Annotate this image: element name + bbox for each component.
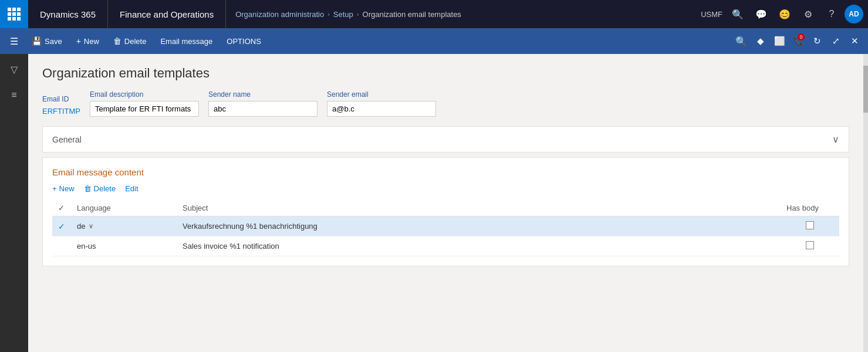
col-has-body-header: Has body bbox=[781, 200, 839, 216]
app-name: Dynamics 365 bbox=[28, 0, 108, 28]
email-content-section: Email message content + New 🗑 Delete Edi… bbox=[42, 157, 849, 266]
chat-icon-btn[interactable]: 💬 bbox=[751, 4, 772, 25]
emoji-icon-btn[interactable]: 😊 bbox=[774, 4, 795, 25]
general-chevron-icon: ∨ bbox=[832, 134, 839, 145]
row-subject-en: Sales invoice %1 notification bbox=[177, 236, 781, 256]
delete-button[interactable]: 🗑 Delete bbox=[107, 33, 153, 49]
sidebar-menu-icon[interactable]: ≡ bbox=[4, 84, 25, 106]
options-button[interactable]: OPTIONS bbox=[221, 34, 267, 49]
row-language-de[interactable]: de ∨ bbox=[71, 216, 177, 236]
content-new-icon: + bbox=[52, 184, 57, 193]
top-bar: Dynamics 365 Finance and Operations Orga… bbox=[0, 0, 868, 28]
help-icon-btn[interactable]: ? bbox=[821, 4, 842, 25]
toolbar-right: 🔍 ◆ ⬜ 📞 0 ↻ ⤢ ✕ bbox=[732, 32, 863, 50]
email-message-button[interactable]: Email message bbox=[154, 34, 218, 49]
table-row[interactable]: en-us Sales invoice %1 notification bbox=[52, 236, 839, 256]
sender-email-input[interactable] bbox=[327, 101, 436, 117]
email-description-field: Email description bbox=[90, 90, 199, 117]
has-body-checkbox-de[interactable] bbox=[806, 221, 814, 229]
save-button[interactable]: 💾 Save bbox=[26, 33, 68, 49]
filter-row: Email ID ERFTITMP Email description Send… bbox=[42, 90, 849, 117]
checkmark-icon: ✓ bbox=[58, 222, 65, 231]
module-name: Finance and Operations bbox=[108, 0, 226, 28]
company-badge: USMF bbox=[696, 9, 727, 20]
toolbar-diamond-icon[interactable]: ◆ bbox=[752, 32, 769, 50]
main-layout: ▽ ≡ Organization email templates Email I… bbox=[0, 54, 868, 352]
user-avatar[interactable]: AD bbox=[845, 5, 863, 23]
table-row[interactable]: ✓ de ∨ Verkaufsrechnung %1 benachrichtig… bbox=[52, 216, 839, 236]
content-edit-button[interactable]: Edit bbox=[125, 184, 138, 193]
email-id-field: Email ID ERFTITMP bbox=[42, 95, 80, 117]
toolbar-search-icon[interactable]: 🔍 bbox=[732, 32, 751, 50]
email-description-label: Email description bbox=[90, 90, 199, 99]
row-has-body-en[interactable] bbox=[781, 236, 839, 256]
breadcrumb-templates: Organization email templates bbox=[363, 10, 461, 19]
language-dropdown-icon: ∨ bbox=[89, 222, 93, 230]
right-scrollbar[interactable] bbox=[863, 54, 868, 352]
save-icon: 💾 bbox=[32, 36, 42, 46]
breadcrumb-sep-1: › bbox=[327, 11, 330, 18]
sender-name-field: Sender name bbox=[208, 90, 318, 117]
sender-email-label: Sender email bbox=[327, 90, 436, 99]
content-delete-icon: 🗑 bbox=[84, 184, 92, 193]
sender-email-field: Sender email bbox=[327, 90, 436, 117]
email-content-table: ✓ Language Subject Has body bbox=[52, 200, 839, 256]
content-area: Organization email templates Email ID ER… bbox=[28, 54, 863, 352]
new-button[interactable]: + New bbox=[70, 33, 105, 49]
email-id-value[interactable]: ERFTITMP bbox=[42, 106, 80, 117]
hamburger-menu[interactable]: ☰ bbox=[5, 32, 23, 50]
sender-name-label: Sender name bbox=[208, 90, 318, 99]
content-toolbar: + New 🗑 Delete Edit bbox=[52, 184, 839, 193]
content-new-button[interactable]: + New bbox=[52, 184, 75, 193]
content-delete-button[interactable]: 🗑 Delete bbox=[84, 184, 116, 193]
row-language-en[interactable]: en-us bbox=[71, 236, 177, 256]
breadcrumb-org-admin[interactable]: Organization administratio bbox=[235, 10, 324, 19]
col-language-header: Language bbox=[71, 200, 177, 216]
row-check-en bbox=[52, 236, 71, 256]
email-description-input[interactable] bbox=[90, 101, 199, 117]
has-body-checkbox-en[interactable] bbox=[806, 241, 814, 249]
breadcrumb-sep-2: › bbox=[357, 11, 359, 18]
row-check-de: ✓ bbox=[52, 216, 71, 236]
toolbar-close-icon[interactable]: ✕ bbox=[846, 32, 863, 50]
toolbar: ☰ 💾 Save + New 🗑 Delete Email message OP… bbox=[0, 28, 868, 54]
waffle-icon bbox=[8, 8, 21, 21]
toolbar-office-icon[interactable]: ⬜ bbox=[771, 32, 788, 50]
col-check: ✓ bbox=[52, 200, 71, 216]
page-title: Organization email templates bbox=[42, 66, 849, 81]
toolbar-popout-icon[interactable]: ⤢ bbox=[827, 32, 845, 50]
new-icon: + bbox=[76, 36, 81, 46]
email-id-label: Email ID bbox=[42, 95, 80, 103]
toolbar-phone-icon[interactable]: 📞 0 bbox=[789, 32, 807, 50]
delete-icon: 🗑 bbox=[113, 36, 121, 46]
row-has-body-de[interactable] bbox=[781, 216, 839, 236]
breadcrumb-setup[interactable]: Setup bbox=[333, 10, 353, 19]
settings-icon-btn[interactable]: ⚙ bbox=[798, 4, 819, 25]
top-bar-right-icons: 🔍 💬 😊 ⚙ ? AD bbox=[727, 4, 868, 25]
general-section-title: General bbox=[52, 135, 82, 144]
scrollbar-thumb[interactable] bbox=[863, 66, 868, 113]
sidebar-filter-icon[interactable]: ▽ bbox=[4, 59, 25, 80]
toolbar-refresh-icon[interactable]: ↻ bbox=[808, 32, 826, 50]
breadcrumb: Organization administratio › Setup › Org… bbox=[226, 10, 696, 19]
sender-name-input[interactable] bbox=[208, 101, 318, 117]
general-section-header[interactable]: General ∨ bbox=[43, 127, 849, 152]
general-section: General ∨ bbox=[42, 126, 849, 153]
waffle-button[interactable] bbox=[0, 0, 28, 28]
left-sidebar: ▽ ≡ bbox=[0, 54, 28, 352]
search-icon-btn[interactable]: 🔍 bbox=[727, 4, 748, 25]
col-subject-header: Subject bbox=[177, 200, 781, 216]
content-section-title: Email message content bbox=[52, 167, 839, 177]
row-subject-de: Verkaufsrechnung %1 benachrichtigung bbox=[177, 216, 781, 236]
